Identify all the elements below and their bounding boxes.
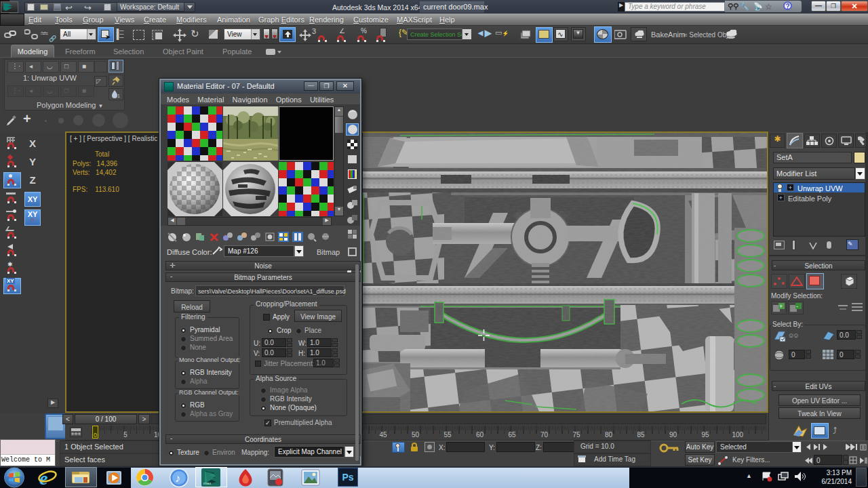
- svg-text:+: +: [779, 303, 783, 310]
- svg-text:max: max: [203, 481, 211, 485]
- svg-text:e: e: [39, 468, 47, 488]
- svg-text:-: -: [796, 303, 798, 310]
- svg-text:♪: ♪: [175, 472, 180, 484]
- svg-text:1: 1: [117, 94, 120, 98]
